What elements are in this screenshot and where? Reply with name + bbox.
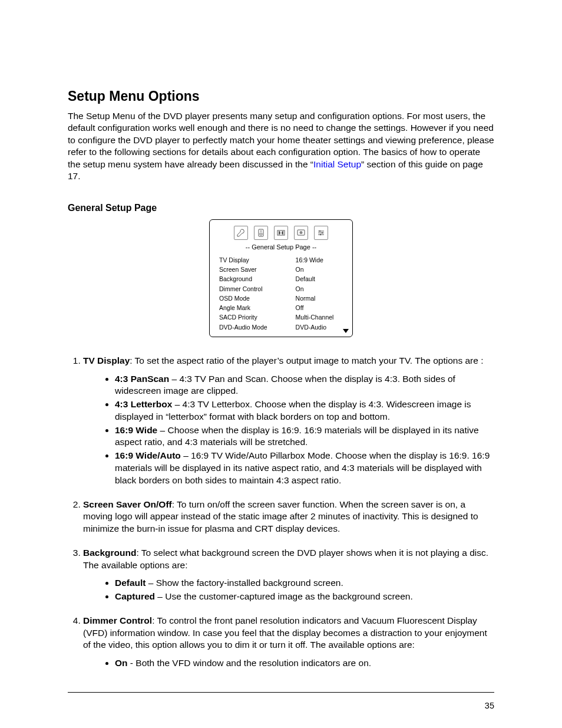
sub-item: Default – Show the factory-installed bac… <box>115 577 494 589</box>
menu-row-3: Dimmer ControlOn <box>216 284 346 294</box>
sub-item: On - Both the VFD window and the resolut… <box>115 657 494 670</box>
sub-list: On - Both the VFD window and the resolut… <box>83 657 494 670</box>
dolby-icon <box>274 226 288 240</box>
menu-value: On <box>296 265 346 274</box>
section-heading: General Setup Page <box>68 203 494 213</box>
sub-lead: Default <box>115 578 146 588</box>
display-icon <box>294 226 308 240</box>
svg-rect-3 <box>277 230 285 235</box>
menu-value: On <box>296 284 346 294</box>
slider-icon <box>314 226 328 240</box>
sub-item: 4:3 Letterbox – 4:3 TV Letterbox. Choose… <box>115 398 494 423</box>
document-page: Setup Menu Options The Setup Menu of the… <box>0 0 562 728</box>
sub-item: 16:9 Wide/Auto – 16:9 TV Wide/Auto Pilla… <box>115 450 494 486</box>
sub-lead: Captured <box>115 591 155 601</box>
sub-list: Default – Show the factory-installed bac… <box>83 577 494 603</box>
option-item-3: Background: To select what background sc… <box>83 547 494 603</box>
option-lead: TV Display <box>83 355 130 365</box>
sub-text: – Choose when the display is 16:9. 16:9 … <box>115 425 479 447</box>
sub-lead: 16:9 Wide/Auto <box>115 450 181 460</box>
svg-point-10 <box>322 232 323 233</box>
intro-paragraph: The Setup Menu of the DVD player present… <box>68 110 494 183</box>
menu-value: DVD-Audio <box>296 322 346 332</box>
menu-value: Multi-Channel <box>296 312 346 322</box>
sub-text: – Show the factory-installed background … <box>146 578 343 588</box>
option-item-4: Dimmer Control: To control the front pan… <box>83 615 494 670</box>
menu-row-1: Screen SaverOn <box>216 265 346 274</box>
menu-title: -- General Setup Page -- <box>216 243 346 251</box>
option-lead: Screen Saver On/Off <box>83 499 172 509</box>
page-heading: Setup Menu Options <box>68 88 494 104</box>
option-item-2: Screen Saver On/Off: To turn on/off the … <box>83 499 494 535</box>
menu-row-0: TV Display16:9 Wide <box>216 255 346 265</box>
menu-value: Normal <box>296 294 346 303</box>
menu-value: Default <box>296 274 346 284</box>
sub-lead: 16:9 Wide <box>115 425 157 435</box>
svg-point-5 <box>300 231 303 234</box>
menu-label: DVD-Audio Mode <box>219 322 296 332</box>
sub-item: 16:9 Wide – Choose when the display is 1… <box>115 424 494 449</box>
menu-label: OSD Mode <box>219 294 296 303</box>
option-text: : To set the aspect ratio of the player’… <box>130 355 483 365</box>
down-arrow-icon <box>343 329 349 333</box>
sub-lead: On <box>115 658 128 668</box>
menu-row-7: DVD-Audio ModeDVD-Audio <box>216 322 346 332</box>
sub-text: – Use the customer-captured image as the… <box>155 591 413 601</box>
menu-label: SACD Priority <box>219 312 296 322</box>
option-list: TV Display: To set the aspect ratio of t… <box>68 355 494 670</box>
wrench-icon <box>234 226 248 240</box>
menu-row-2: BackgroundDefault <box>216 274 346 284</box>
menu-row-4: OSD ModeNormal <box>216 294 346 303</box>
speaker-icon <box>254 226 268 240</box>
option-lead: Dimmer Control <box>83 615 152 625</box>
svg-point-1 <box>260 230 262 232</box>
intro-link[interactable]: Initial Setup <box>313 159 361 169</box>
footer-rule <box>68 692 494 693</box>
menu-label: Screen Saver <box>219 265 296 274</box>
option-text: : To select what background screen the D… <box>83 548 488 570</box>
sub-item: Captured – Use the customer-captured ima… <box>115 591 494 603</box>
menu-row-5: Angle MarkOff <box>216 303 346 312</box>
svg-point-11 <box>320 234 321 235</box>
option-lead: Background <box>83 548 136 558</box>
svg-point-9 <box>319 230 320 232</box>
menu-icon-row <box>216 226 346 240</box>
svg-point-2 <box>260 233 262 235</box>
menu-label: TV Display <box>219 255 296 265</box>
menu-value: Off <box>296 303 346 312</box>
menu-label: Dimmer Control <box>219 284 296 294</box>
sub-text: - Both the VFD window and the resolution… <box>128 658 372 668</box>
sub-lead: 4:3 PanScan <box>115 374 169 384</box>
menu-value: 16:9 Wide <box>296 255 346 265</box>
setup-menu-illustration: -- General Setup Page -- TV Display16:9 … <box>209 219 353 337</box>
option-item-1: TV Display: To set the aspect ratio of t… <box>83 355 494 487</box>
page-number: 35 <box>485 701 494 710</box>
sub-item: 4:3 PanScan – 4:3 TV Pan and Scan. Choos… <box>115 373 494 398</box>
sub-list: 4:3 PanScan – 4:3 TV Pan and Scan. Choos… <box>83 373 494 487</box>
sub-lead: 4:3 Letterbox <box>115 399 172 409</box>
menu-label: Background <box>219 274 296 284</box>
menu-row-6: SACD PriorityMulti-Channel <box>216 312 346 322</box>
menu-label: Angle Mark <box>219 303 296 312</box>
